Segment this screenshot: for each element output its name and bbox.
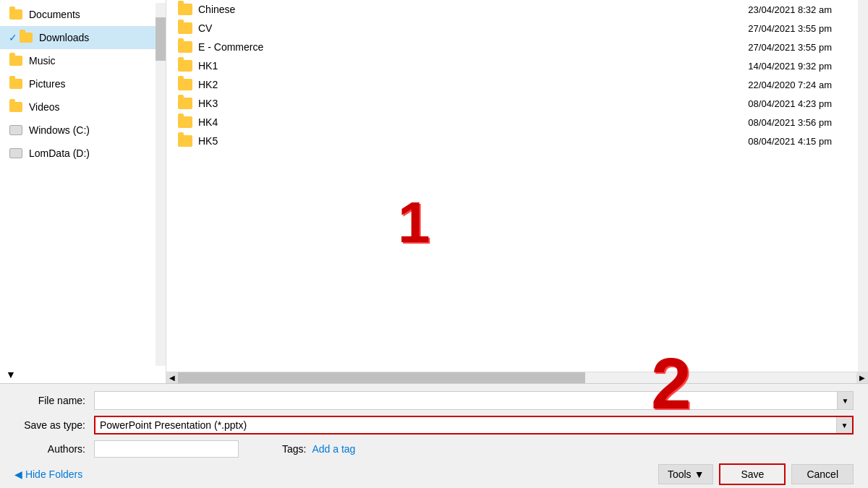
tags-label: Tags: xyxy=(282,443,306,455)
save-as-type-row: Save as type: PowerPoint Presentation (*… xyxy=(14,416,854,435)
authors-tags-row: Authors: Tags: Add a tag xyxy=(14,440,854,458)
file-name-input[interactable] xyxy=(94,391,838,410)
hscroll-bar: ◀ ▶ xyxy=(166,372,868,383)
sidebar-item-documents[interactable]: Documents xyxy=(0,3,156,26)
folder-icon-hk2 xyxy=(178,79,192,90)
file-row-hk5[interactable]: HK5 08/04/2021 4:15 pm xyxy=(166,132,858,150)
folder-icon-hk5 xyxy=(178,135,192,147)
pictures-icon xyxy=(9,77,23,91)
save-as-type-arrow[interactable]: ▼ xyxy=(836,417,852,433)
authors-input[interactable] xyxy=(94,440,239,458)
file-row-hk4[interactable]: HK4 08/04/2021 3:56 pm xyxy=(166,113,858,132)
left-arrow-icon: ◀ xyxy=(169,374,175,382)
authors-section: Authors: xyxy=(14,440,239,458)
authors-label: Authors: xyxy=(14,443,94,455)
file-name-hk1: HK1 xyxy=(198,60,702,72)
sidebar-label-documents: Documents xyxy=(29,9,80,20)
hscroll-left-arrow[interactable]: ◀ xyxy=(166,372,178,384)
file-row-hk2[interactable]: HK2 22/04/2020 7:24 am xyxy=(166,75,858,94)
sidebar-item-pictures[interactable]: Pictures xyxy=(0,72,156,95)
save-as-type-dropdown[interactable]: PowerPoint Presentation (*.pptx) ▼ xyxy=(94,416,854,435)
folder-icon-ecommerce xyxy=(178,41,192,53)
file-name-dropdown-arrow[interactable]: ▼ xyxy=(838,391,854,410)
file-name-label: File name: xyxy=(14,395,94,406)
cancel-label: Cancel xyxy=(807,468,838,480)
file-row-chinese[interactable]: Chinese 23/04/2021 8:32 am xyxy=(166,0,858,19)
hide-folders-button[interactable]: ◀ Hide Folders xyxy=(14,468,82,480)
folder-icon-hk1 xyxy=(178,60,192,72)
file-date-chinese: 23/04/2021 8:32 am xyxy=(702,4,846,15)
hscroll-right-arrow[interactable]: ▶ xyxy=(856,372,868,384)
sidebar-item-downloads[interactable]: ✓ Downloads xyxy=(0,26,156,49)
sidebar-scroll-area: Documents ✓ Downloads xyxy=(0,3,166,366)
folder-icon-chinese xyxy=(178,4,192,15)
file-list-vscroll[interactable] xyxy=(858,0,868,372)
file-name-hk3: HK3 xyxy=(198,98,702,109)
downloads-icon xyxy=(19,30,33,45)
folder-icon-hk4 xyxy=(178,116,192,128)
save-label: Save xyxy=(741,468,764,480)
file-date-hk5: 08/04/2021 4:15 pm xyxy=(702,136,846,147)
file-date-hk3: 08/04/2021 4:23 pm xyxy=(702,98,846,109)
sidebar-label-lomdata-d: LomData (D:) xyxy=(29,147,90,159)
sidebar-item-lomdata-d[interactable]: LomData (D:) xyxy=(0,142,156,165)
bottom-buttons-area: ◀ Hide Folders Tools ▼ Save Cancel xyxy=(14,463,854,488)
chevron-left-icon: ◀ xyxy=(14,468,25,480)
tools-button[interactable]: Tools ▼ xyxy=(658,464,714,484)
file-name-chinese: Chinese xyxy=(198,4,702,15)
selected-checkmark: ✓ xyxy=(9,32,17,43)
tools-label: Tools xyxy=(668,468,692,480)
chevron-down-icon: ▼ xyxy=(841,421,848,429)
file-date-cv: 27/04/2021 3:55 pm xyxy=(702,23,846,34)
cancel-button[interactable]: Cancel xyxy=(791,464,854,484)
sidebar-label-pictures: Pictures xyxy=(29,78,66,90)
documents-icon xyxy=(9,7,23,22)
music-icon xyxy=(9,53,23,68)
sidebar-item-windows-c[interactable]: Windows (C:) xyxy=(0,119,156,142)
file-list-container: Chinese 23/04/2021 8:32 am CV 27/04/2021… xyxy=(166,0,868,383)
sidebar-item-videos[interactable]: Videos xyxy=(0,95,156,119)
file-row-hk1[interactable]: HK1 14/04/2021 9:32 pm xyxy=(166,56,858,75)
chevron-down-icon: ▼ xyxy=(6,369,16,380)
sidebar-items-list: Documents ✓ Downloads xyxy=(0,3,156,366)
sidebar-label-windows-c: Windows (C:) xyxy=(29,124,90,136)
file-list-scroll-inner: Chinese 23/04/2021 8:32 am CV 27/04/2021… xyxy=(166,0,858,372)
sidebar-label-videos: Videos xyxy=(29,101,60,113)
file-name-hk4: HK4 xyxy=(198,116,702,128)
main-content: Documents ✓ Downloads xyxy=(0,0,868,383)
file-date-ecommerce: 27/04/2021 3:55 pm xyxy=(702,42,846,53)
sidebar-item-music[interactable]: Music xyxy=(0,49,156,72)
chevron-down-icon: ▼ xyxy=(842,397,849,405)
sidebar-scroll-down-button[interactable]: ▼ xyxy=(0,366,166,383)
sidebar: Documents ✓ Downloads xyxy=(0,0,166,383)
file-row-hk3[interactable]: HK3 08/04/2021 4:23 pm xyxy=(166,94,858,113)
file-row-ecommerce[interactable]: E - Commerce 27/04/2021 3:55 pm xyxy=(166,38,858,56)
file-list-scroll-wrapper: Chinese 23/04/2021 8:32 am CV 27/04/2021… xyxy=(166,0,868,372)
lomdata-icon xyxy=(9,146,23,160)
right-arrow-icon: ▶ xyxy=(859,374,865,382)
hscroll-track[interactable] xyxy=(178,372,856,384)
add-tag-link[interactable]: Add a tag xyxy=(312,443,355,455)
file-date-hk1: 14/04/2021 9:32 pm xyxy=(702,61,846,72)
file-name-ecommerce: E - Commerce xyxy=(198,41,702,53)
tags-section: Tags: Add a tag xyxy=(282,443,355,455)
sidebar-vscroll-thumb[interactable] xyxy=(156,17,166,61)
file-row-cv[interactable]: CV 27/04/2021 3:55 pm xyxy=(166,19,858,38)
file-name-hk2: HK2 xyxy=(198,79,702,90)
sidebar-vscroll[interactable] xyxy=(156,3,166,366)
folder-icon-cv xyxy=(178,22,192,34)
hscroll-thumb[interactable] xyxy=(178,372,585,384)
save-as-type-label: Save as type: xyxy=(14,419,94,431)
file-name-row: File name: ▼ xyxy=(14,391,854,410)
file-date-hk4: 08/04/2021 3:56 pm xyxy=(702,117,846,128)
hide-folders-label-text: Hide Folders xyxy=(25,468,82,480)
folder-icon-hk3 xyxy=(178,98,192,109)
save-button[interactable]: Save xyxy=(719,463,786,485)
file-name-hk5: HK5 xyxy=(198,135,702,147)
sidebar-label-music: Music xyxy=(29,55,56,67)
action-buttons: Tools ▼ Save Cancel xyxy=(658,463,854,485)
save-as-dialog: Documents ✓ Downloads xyxy=(0,0,868,488)
file-date-hk2: 22/04/2020 7:24 am xyxy=(702,80,846,90)
tools-dropdown-icon: ▼ xyxy=(694,468,705,480)
bottom-form: File name: ▼ Save as type: PowerPoint Pr… xyxy=(0,383,868,488)
